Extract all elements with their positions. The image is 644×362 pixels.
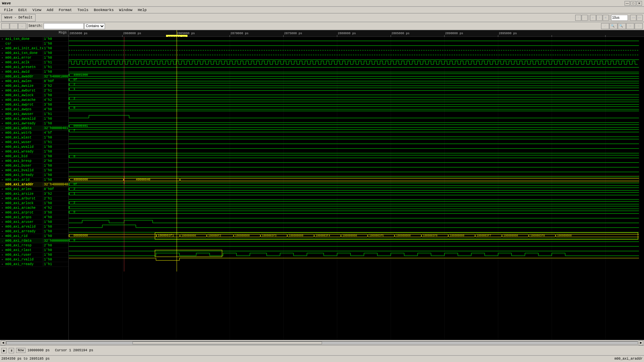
list-item[interactable]: + m00_axi_awready 1'h0 [0,121,68,126]
list-item[interactable]: + m00_axi_arqos 4'h0 [0,215,68,220]
list-item[interactable]: + m00_axi_wuser 1'h1 [0,140,68,145]
zoom-in-btn[interactable]: + [575,15,581,21]
list-item[interactable]: + m00_axi_awuser 1'h1 [0,112,68,117]
time-input[interactable]: 10us [611,15,628,21]
status-bar: ▶ ⏸ Now 10000000 ps Cursor 1 2865194 ps [0,345,644,355]
zoom-full-btn[interactable]: ⊞ [626,23,634,29]
play-btn[interactable]: ▶ [1,348,7,353]
list-item[interactable]: - m00_axi_wdata 32'h00000401 [0,126,68,131]
svg-text:1000003f6: 1000003f6 [423,234,437,237]
list-item[interactable]: + m00_axi_awqos 4'h0 [0,107,68,112]
list-item[interactable]: + m00_axi_rready 1'h1 [0,262,68,267]
list-item[interactable]: + m00_axi_bvalid 1'h0 [0,168,68,173]
list-item[interactable]: + m00_axi_awprot 3'h0 [0,103,68,107]
scroll-right-btn[interactable]: ▶ [639,341,643,345]
menu-tools[interactable]: Tools [75,7,91,13]
list-item[interactable]: + m00_axi_error 1'h0 [0,56,68,60]
svg-text:1000003f1: 1000003f1 [158,234,174,237]
search-input[interactable] [44,23,84,29]
horizontal-scrollbar[interactable]: ◀ ▶ [0,340,644,345]
list-item[interactable]: + axi_txn_done 1'h0 [0,37,68,42]
signal-name-label: m00_axi_wdata [5,126,43,130]
svg-text:1: 1 [73,192,75,195]
list-item[interactable]: + m00_axi_wready 1'h0 [0,149,68,154]
zoom-in-btn2[interactable]: 🔍+ [609,23,618,29]
zoom-fit-btn[interactable]: ⤢ [601,23,609,29]
list-item[interactable]: + m00_axi_awcache 4'h2 [0,98,68,103]
menu-file[interactable]: File [1,7,15,13]
list-item[interactable]: csr 1'h0 [0,42,68,46]
list-item[interactable]: + m00_axi_ruser 1'h0 [0,253,68,257]
list-item[interactable]: + m00_axi_init_axi_txn 1'h0 [0,46,68,51]
wave-style-btn-2[interactable]: ▭ [10,23,18,29]
list-item[interactable]: + m00_axi_aclk 1'h1 [0,60,68,65]
list-item[interactable]: + m00_axi_bready 1'h0 [0,173,68,178]
list-item[interactable]: + m00_axi_arready 1'h0 [0,229,68,234]
list-item[interactable]: + m00_axi_arlen 8'h0f [0,187,68,192]
list-item[interactable]: + m00_axi_arcache 4'h2 [0,206,68,210]
zoom-region-btn[interactable]: ⊡ [635,23,643,29]
list-item[interactable]: + m00_axi_awlock 1'h0 [0,93,68,98]
list-item[interactable]: + m00_axi_aresetn 1'h1 [0,65,68,70]
list-item[interactable]: + m00_axi_awvalid 1'h0 [0,117,68,121]
toolbar-btn-2[interactable]: ⏸ [596,15,602,21]
toolbar-btn-3[interactable]: ⏹ [603,15,609,21]
list-item[interactable]: + m00_axi_aruser 1'h0 [0,220,68,225]
list-item[interactable]: + m00_axi_txn_done 1'h0 [0,51,68,56]
scrollbar-track[interactable] [6,341,638,345]
list-item[interactable]: + m00_axi_arlock 1'h0 [0,201,68,206]
scroll-left-btn[interactable]: ◀ [1,341,5,345]
signal-name-label: m00_axi_awid [5,70,43,74]
app-title: Wave [2,1,11,5]
list-item-araddr[interactable]: - m00_axi_araddr 32'h40000040 [0,182,68,187]
zoom-out-btn[interactable]: - [582,15,588,21]
list-item[interactable]: - m00_axi_awaddr 32'h40001000 [0,74,68,79]
toolbar-btn-1[interactable]: ▶ [590,15,596,21]
tab-wave-default[interactable]: Wave - Default [1,14,36,21]
maximize-button[interactable]: □ [631,1,636,6]
svg-text:00000401: 00000401 [73,124,88,128]
menu-add[interactable]: Add [44,7,56,13]
list-item[interactable]: + m00_axi_awlen 8'h0f [0,79,68,84]
menu-edit[interactable]: Edit [15,7,30,13]
waveform-display[interactable]: 2855000 ps 2860000 ps 2865000 ps 2870000… [69,30,644,340]
list-item[interactable]: + m00_axi_arprot 3'h0 [0,210,68,215]
signal-value-label: 4'hf [43,131,68,135]
list-item[interactable]: + m00_axi_bid 1'h0 [0,154,68,159]
list-item[interactable]: + m00_axi_wlast 1'h0 [0,135,68,140]
close-button[interactable]: ✕ [637,1,642,6]
list-item[interactable]: + m00_axi_rvalid 1'h0 [0,257,68,262]
list-item[interactable]: + m00_axi_bresp 2'h0 [0,159,68,164]
list-item[interactable]: + m00_axi_rlast 1'h0 [0,248,68,253]
list-item[interactable]: + m00_axi_arid 1'h0 [0,178,68,182]
menu-view[interactable]: View [30,7,44,13]
menu-window[interactable]: Window [116,7,135,13]
signal-name-label: m00_axi_arlock [5,201,43,205]
list-item[interactable]: + m00_axi_wstrb 4'hf [0,131,68,135]
step-back-btn[interactable]: ◀◀ [630,15,636,21]
list-item[interactable]: + m00_axi_rid 1'h0 [0,234,68,239]
menu-format[interactable]: Format [56,7,75,13]
list-item[interactable]: + m00_axi_wvalid 1'h0 [0,145,68,149]
minimize-button[interactable]: — [625,1,630,6]
svg-text:2870000 ps: 2870000 ps [230,32,249,35]
pause-btn[interactable]: ⏸ [9,348,14,353]
list-item[interactable]: + m00_axi_arburst 2'h1 [0,196,68,201]
list-item[interactable]: + m00_axi_arvalid 1'h0 [0,225,68,229]
list-item[interactable]: + m00_axi_arsize 3'h2 [0,192,68,196]
step-fwd-btn[interactable]: ▶▶ [637,15,643,21]
list-item[interactable]: - m00_axi_rdata 32'h00000000 [0,239,68,243]
zoom-out-btn2[interactable]: 🔍- [618,23,626,29]
list-item[interactable]: + m00_axi_awburst 2'h1 [0,88,68,93]
wave-style-btn-1[interactable]: ⌐ [1,23,9,29]
menu-help[interactable]: Help [135,7,149,13]
search-type-select[interactable]: Contains Exact [84,23,105,29]
svg-text:0: 0 [73,210,75,214]
scrollbar-thumb[interactable] [132,342,322,344]
list-item[interactable]: + m00_axi_awid 1'h0 [0,70,68,74]
list-item[interactable]: + m00_axi_awsize 3'h2 [0,84,68,88]
wave-style-btn-3[interactable]: ▬ [18,23,26,29]
list-item[interactable]: + m00_axi_rresp 2'h0 [0,243,68,248]
menu-bookmarks[interactable]: Bookmarks [91,7,116,13]
list-item[interactable]: + m00_axi_buser 1'h0 [0,164,68,168]
